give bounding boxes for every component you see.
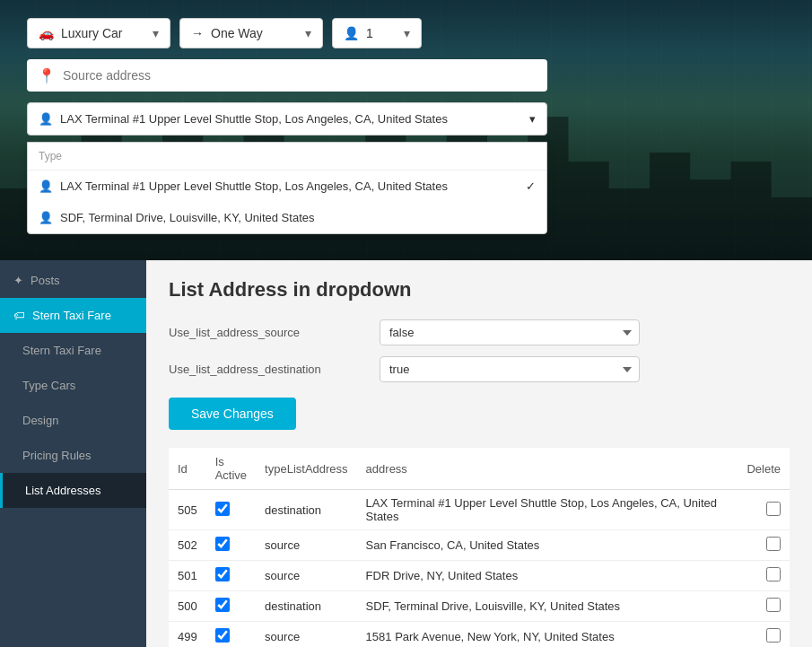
col-is-active: Is Active — [206, 448, 256, 490]
active-checkbox[interactable] — [215, 598, 230, 612]
content-area: List Address in dropdown Use_list_addres… — [146, 260, 812, 647]
trip-dropdown-caret: ▾ — [305, 26, 311, 40]
table-row: 499 source 1581 Park Avenue, New York, N… — [169, 622, 790, 648]
cell-delete — [738, 561, 790, 591]
sidebar-item-list-addresses[interactable]: List Addresses — [0, 473, 146, 508]
car-type-label: Luxury Car — [61, 26, 122, 40]
cell-address: 1581 Park Avenue, New York, NY, United S… — [357, 622, 738, 648]
cell-is-active — [206, 591, 256, 622]
delete-checkbox[interactable] — [766, 502, 781, 516]
source-input-row: 📍 — [27, 59, 547, 92]
car-type-dropdown[interactable]: 🚗 Luxury Car ▾ — [27, 18, 170, 48]
car-icon: 🚗 — [39, 26, 54, 40]
active-checkbox[interactable] — [215, 567, 230, 581]
page-title: List Address in dropdown — [169, 278, 790, 302]
cell-id: 500 — [169, 591, 206, 622]
cell-type: source — [256, 530, 357, 561]
delete-checkbox[interactable] — [766, 567, 781, 581]
cell-type: source — [256, 622, 357, 648]
active-checkbox[interactable] — [215, 628, 230, 643]
col-type: typeListAddress — [256, 448, 357, 490]
sidebar-list-addr-label: List Addresses — [25, 484, 101, 497]
cell-id: 499 — [169, 622, 206, 648]
destination-popup: Type 👤 LAX Terminal #1 Upper Level Shutt… — [27, 142, 547, 234]
cell-id: 502 — [169, 530, 206, 561]
source-input[interactable] — [63, 59, 537, 92]
cell-delete — [738, 530, 790, 561]
table-header-row: Id Is Active typeListAddress address Del… — [169, 448, 790, 490]
passengers-dropdown[interactable]: 👤 1 ▾ — [332, 18, 422, 48]
cell-delete — [738, 591, 790, 622]
sidebar-item-posts[interactable]: ✦ Posts — [0, 260, 146, 298]
destination-caret: ▾ — [529, 112, 536, 126]
delete-checkbox[interactable] — [766, 628, 781, 643]
car-dropdown-caret: ▾ — [153, 26, 159, 40]
save-changes-button[interactable]: Save Changes — [169, 398, 296, 430]
trip-type-label: One Way — [211, 26, 263, 40]
sidebar-posts-label: Posts — [31, 274, 60, 287]
cell-delete — [738, 490, 790, 530]
col-address: address — [357, 448, 738, 490]
active-checkbox[interactable] — [215, 537, 230, 551]
cell-address: SDF, Terminal Drive, Louisville, KY, Uni… — [357, 591, 738, 622]
cell-type: source — [256, 561, 357, 591]
cell-type: destination — [256, 490, 357, 530]
col-delete: Delete — [738, 448, 790, 490]
cell-address: LAX Terminal #1 Upper Level Shuttle Stop… — [357, 490, 738, 530]
cell-id: 505 — [169, 490, 206, 530]
dest-option-1-label: LAX Terminal #1 Upper Level Shuttle Stop… — [60, 179, 448, 193]
sidebar-design-label: Design — [22, 414, 58, 427]
cell-is-active — [206, 622, 256, 648]
source-form-row: Use_list_address_source false true — [169, 319, 790, 345]
addresses-table: Id Is Active typeListAddress address Del… — [169, 448, 790, 647]
cell-is-active — [206, 530, 256, 561]
cell-address: San Francisco, CA, United States — [357, 530, 738, 561]
dest-pin-icon: 👤 — [39, 112, 53, 126]
cell-is-active — [206, 490, 256, 530]
sidebar-pricing-label: Pricing Rules — [22, 449, 92, 462]
dest-form-label: Use_list_address_destination — [169, 363, 366, 376]
hero-controls-row: 🚗 Luxury Car ▾ → One Way ▾ 👤 1 ▾ — [27, 18, 785, 48]
dest-form-row: Use_list_address_destination true false — [169, 356, 790, 382]
trip-type-dropdown[interactable]: → One Way ▾ — [179, 18, 323, 48]
sidebar-item-stern-sub[interactable]: Stern Taxi Fare — [0, 333, 146, 368]
dest-option-1-icon: 👤 — [39, 179, 53, 193]
passengers-label: 1 — [366, 26, 373, 40]
dropdown-type-label: Type — [28, 143, 546, 170]
destination-dropdown[interactable]: 👤 LAX Terminal #1 Upper Level Shuttle St… — [27, 102, 547, 136]
sidebar-item-pricing-rules[interactable]: Pricing Rules — [0, 438, 146, 473]
table-row: 502 source San Francisco, CA, United Sta… — [169, 530, 790, 561]
source-form-select[interactable]: false true — [380, 319, 640, 345]
main-layout: ✦ Posts 🏷 Stern Taxi Fare Stern Taxi Far… — [0, 260, 812, 647]
table-row: 501 source FDR Drive, NY, United States — [169, 561, 790, 591]
hero-section: 🚗 Luxury Car ▾ → One Way ▾ 👤 1 ▾ 📍 👤 LA — [0, 0, 812, 260]
cell-id: 501 — [169, 561, 206, 591]
cell-type: destination — [256, 591, 357, 622]
sidebar-item-design[interactable]: Design — [0, 403, 146, 438]
dest-option-1-check: ✓ — [526, 179, 536, 193]
table-body: 505 destination LAX Terminal #1 Upper Le… — [169, 490, 790, 648]
sidebar-item-stern-taxi-fare[interactable]: 🏷 Stern Taxi Fare — [0, 298, 146, 333]
delete-checkbox[interactable] — [766, 537, 781, 551]
cell-address: FDR Drive, NY, United States — [357, 561, 738, 591]
col-id: Id — [169, 448, 206, 490]
dest-option-2[interactable]: 👤 SDF, Terminal Drive, Louisville, KY, U… — [28, 202, 546, 233]
table-row: 500 destination SDF, Terminal Drive, Lou… — [169, 591, 790, 622]
posts-icon: ✦ — [13, 274, 23, 287]
delete-checkbox[interactable] — [766, 598, 781, 612]
destination-row: 👤 LAX Terminal #1 Upper Level Shuttle St… — [27, 102, 547, 136]
sidebar-item-type-cars[interactable]: Type Cars — [0, 368, 146, 403]
sidebar: ✦ Posts 🏷 Stern Taxi Fare Stern Taxi Far… — [0, 260, 146, 647]
person-icon: 👤 — [344, 26, 359, 40]
dest-option-1[interactable]: 👤 LAX Terminal #1 Upper Level Shuttle St… — [28, 170, 546, 202]
source-form-label: Use_list_address_source — [169, 326, 366, 339]
cell-is-active — [206, 561, 256, 591]
dest-form-select[interactable]: true false — [380, 356, 640, 382]
destination-label: LAX Terminal #1 Upper Level Shuttle Stop… — [60, 112, 448, 126]
passengers-caret: ▾ — [404, 26, 410, 40]
table-row: 505 destination LAX Terminal #1 Upper Le… — [169, 490, 790, 530]
cell-delete — [738, 622, 790, 648]
arrow-icon: → — [191, 26, 204, 40]
sidebar-stern-sub-label: Stern Taxi Fare — [22, 344, 101, 357]
active-checkbox[interactable] — [215, 502, 230, 516]
